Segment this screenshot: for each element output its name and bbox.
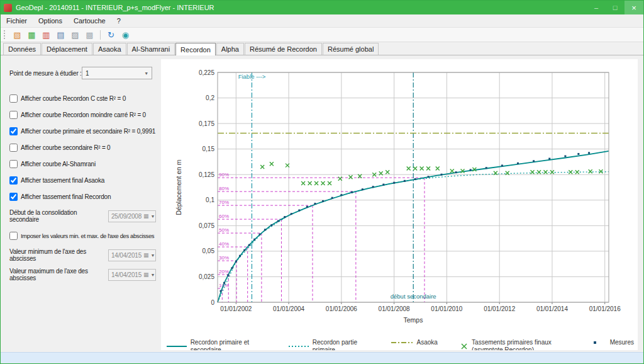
legend-sample-dot bbox=[584, 339, 606, 346]
status-bar bbox=[1, 352, 643, 363]
legend-label: Recordon primaire et secondaire bbox=[191, 339, 274, 350]
info-icon[interactable]: ◉ bbox=[119, 29, 132, 41]
legend-sample-cross bbox=[453, 343, 468, 350]
svg-text:0,025: 0,025 bbox=[199, 273, 214, 280]
tab-alpha[interactable]: Alpha bbox=[216, 43, 244, 55]
tab-al-shamrani[interactable]: Al-Shamrani bbox=[127, 43, 175, 55]
checkbox-label: Afficher courbe secondaire R² = 0 bbox=[21, 144, 110, 151]
abscissa-max-row: Valeur maximum de l'axe des abscisses 14… bbox=[9, 268, 156, 282]
tab-resume-global[interactable]: Résumé global bbox=[323, 43, 379, 55]
excel-export-icon[interactable]: ▦ bbox=[25, 29, 38, 41]
menu-item-options[interactable]: Options bbox=[33, 15, 68, 26]
minimize-button[interactable]: – bbox=[587, 1, 606, 14]
point-select[interactable]: 1 ▼ bbox=[82, 67, 152, 79]
checkbox-row-tassement-asaoka[interactable]: Afficher tassement final Asaoka bbox=[9, 176, 161, 185]
checkbox-recordon-c-cste[interactable] bbox=[9, 94, 18, 103]
menu-bar: Fichier Options Cartouche ? bbox=[1, 14, 643, 28]
abscissa-max-label: Valeur maximum de l'axe des abscisses bbox=[9, 268, 108, 282]
menu-item-help[interactable]: ? bbox=[111, 15, 126, 26]
svg-text:01/01/2008: 01/01/2008 bbox=[379, 305, 410, 312]
tab-deplacement[interactable]: Déplacement bbox=[42, 43, 92, 55]
legend-sample-dashdot bbox=[391, 339, 413, 346]
checkbox-secondaire[interactable] bbox=[9, 144, 18, 152]
legend-label: Asaoka bbox=[417, 339, 438, 346]
checkbox-primaire-secondaire[interactable] bbox=[9, 127, 18, 135]
secondary-start-label: Début de la consolidation secondaire bbox=[9, 209, 108, 223]
checkbox-label: Imposer les valeurs min. et max. de l'ax… bbox=[21, 232, 154, 239]
pdf-export-icon[interactable]: ▥ bbox=[40, 29, 53, 41]
chevron-down-icon: ▼ bbox=[150, 273, 155, 277]
point-of-measure-row: Point de mesure à étudier : 1 ▼ bbox=[9, 67, 152, 79]
calendar-icon: ▦ bbox=[143, 252, 148, 258]
checkbox-label: Afficher courbe primaire et secondaire R… bbox=[21, 128, 155, 135]
svg-text:Temps: Temps bbox=[404, 316, 423, 324]
copy-icon[interactable]: ▩ bbox=[83, 29, 96, 41]
secondary-start-value: 25/09/2008 bbox=[111, 213, 142, 220]
svg-text:40%: 40% bbox=[219, 241, 229, 247]
settings-panel: Point de mesure à étudier : 1 ▼ Afficher… bbox=[1, 55, 161, 352]
tab-recordon[interactable]: Recordon bbox=[175, 43, 216, 55]
window-title: GeoDepl - 20140911 - INTERIEUR_p+s_modFl… bbox=[16, 4, 587, 11]
svg-text:01/01/2002: 01/01/2002 bbox=[220, 305, 252, 312]
checkbox-row-recordon-c-cste[interactable]: Afficher courbe Recordon C cste R² = 0 bbox=[9, 94, 161, 103]
legend-item: Mesures bbox=[584, 339, 634, 346]
toolbar: ▧▦▥▤▨▩↻◉ bbox=[1, 28, 643, 42]
close-button[interactable]: × bbox=[625, 1, 643, 14]
svg-text:0,05: 0,05 bbox=[203, 247, 215, 254]
svg-text:60%: 60% bbox=[219, 213, 229, 219]
tab-resume-recordon[interactable]: Résumé de Recordon bbox=[245, 43, 322, 55]
tab-strip: Données Déplacement Asaoka Al-Shamrani R… bbox=[1, 42, 643, 55]
menu-item-fichier[interactable]: Fichier bbox=[1, 15, 33, 26]
calendar-icon: ▦ bbox=[143, 213, 148, 219]
tab-asaoka[interactable]: Asaoka bbox=[93, 43, 126, 55]
secondary-start-row: Début de la consolidation secondaire 25/… bbox=[9, 209, 156, 223]
checkbox-row-imposer-valeurs[interactable]: Imposer les valeurs min. et max. de l'ax… bbox=[9, 232, 161, 240]
chevron-down-icon: ▼ bbox=[150, 214, 155, 219]
titlebar[interactable]: GeoDepl - 20140911 - INTERIEUR_p+s_modFl… bbox=[1, 1, 643, 14]
svg-text:0,175: 0,175 bbox=[199, 120, 214, 127]
settlement-chart: 00,0250,050,0750,10,1250,150,1750,20,225… bbox=[162, 62, 635, 335]
checkbox-label: Afficher tassement final Asaoka bbox=[21, 177, 104, 184]
checkbox-tassement-asaoka[interactable] bbox=[9, 176, 18, 185]
abscissa-min-datepicker: 14/04/2015 ▦ ▼ bbox=[108, 249, 156, 261]
checkbox-tassement-recordon[interactable] bbox=[9, 193, 18, 201]
tab-page-recordon: Point de mesure à étudier : 1 ▼ Afficher… bbox=[1, 55, 643, 352]
refresh-icon[interactable]: ↻ bbox=[104, 29, 118, 41]
open-report-icon[interactable]: ▧ bbox=[11, 29, 24, 41]
svg-text:70%: 70% bbox=[219, 200, 229, 205]
checkbox-row-recordon-moindre-carre[interactable]: Afficher courbe Recordon moindre carré R… bbox=[9, 111, 161, 119]
point-label: Point de mesure à étudier : bbox=[9, 70, 82, 77]
svg-text:01/01/2004: 01/01/2004 bbox=[273, 305, 304, 312]
svg-text:80%: 80% bbox=[219, 186, 229, 191]
checkbox-al-shamrani[interactable] bbox=[9, 160, 18, 168]
save-icon[interactable]: ▤ bbox=[54, 29, 67, 41]
calendar-icon: ▦ bbox=[143, 271, 148, 278]
checkbox-recordon-moindre-carre[interactable] bbox=[9, 111, 18, 119]
abscissa-min-label: Valeur minimum de l'axe des abscisses bbox=[9, 248, 108, 262]
checkbox-row-al-shamrani[interactable]: Afficher courbe Al-Shamrani bbox=[9, 160, 161, 168]
legend-sample-dotted bbox=[288, 343, 309, 350]
svg-text:01/01/2012: 01/01/2012 bbox=[484, 305, 515, 312]
svg-text:01/01/2006: 01/01/2006 bbox=[326, 305, 357, 312]
chevron-down-icon: ▼ bbox=[144, 71, 148, 76]
checkbox-row-tassement-recordon[interactable]: Afficher tassement final Recordon bbox=[9, 193, 161, 201]
menu-item-cartouche[interactable]: Cartouche bbox=[68, 15, 111, 26]
app-icon bbox=[4, 4, 12, 12]
svg-text:30%: 30% bbox=[219, 255, 229, 261]
checkbox-row-secondaire[interactable]: Afficher courbe secondaire R² = 0 bbox=[9, 144, 161, 152]
svg-text:0,125: 0,125 bbox=[199, 171, 214, 178]
svg-text:début secondaire: début secondaire bbox=[391, 293, 436, 300]
print-icon[interactable]: ▨ bbox=[69, 29, 82, 41]
legend-label: Mesures bbox=[610, 339, 634, 346]
tab-donnees[interactable]: Données bbox=[3, 43, 41, 55]
legend-label: Recordon partie primaire bbox=[313, 339, 375, 350]
checkbox-row-primaire-secondaire[interactable]: Afficher courbe primaire et secondaire R… bbox=[9, 127, 161, 135]
checkbox-imposer-valeurs[interactable] bbox=[9, 232, 18, 240]
legend-sample-solid bbox=[166, 343, 187, 350]
abscissa-max-value: 14/04/2015 bbox=[111, 271, 142, 278]
svg-text:0: 0 bbox=[211, 299, 214, 306]
maximize-button[interactable]: □ bbox=[606, 1, 625, 14]
svg-text:01/01/2014: 01/01/2014 bbox=[536, 305, 568, 312]
legend-item: Asaoka bbox=[391, 339, 438, 346]
svg-text:50%: 50% bbox=[219, 227, 229, 233]
